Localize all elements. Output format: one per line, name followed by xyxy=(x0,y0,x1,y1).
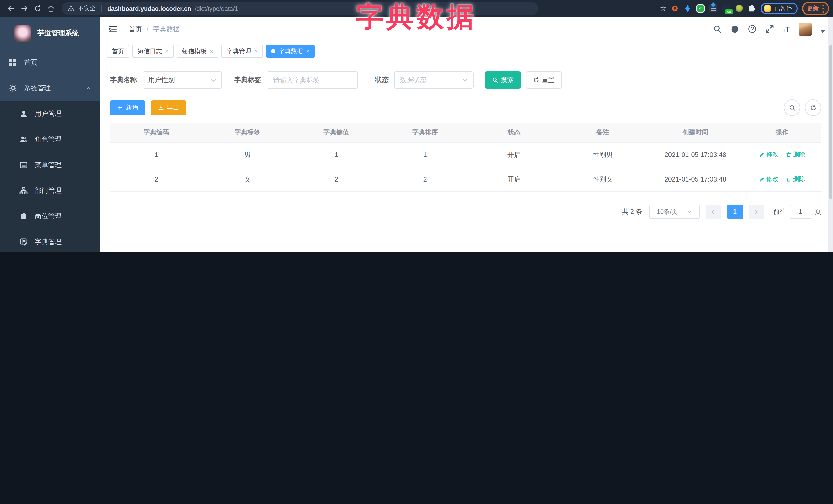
sidebar-item-用户管理[interactable]: 用户管理 xyxy=(0,101,100,127)
status-select[interactable]: 数据状态 xyxy=(394,71,474,89)
add-button[interactable]: 新增 xyxy=(110,100,145,115)
github-icon[interactable] xyxy=(731,25,739,33)
app-title: 芋道管理系统 xyxy=(38,29,79,38)
extension-on-icon[interactable]: on xyxy=(722,4,730,13)
sidebar-item-字典管理[interactable]: 字典管理 xyxy=(0,229,100,252)
extension-kite-icon[interactable] xyxy=(684,4,692,13)
edit-link[interactable]: 修改 xyxy=(759,175,779,184)
breadcrumb: 首页 / 字典数据 xyxy=(129,24,180,33)
breadcrumb-separator: / xyxy=(147,25,148,33)
sidebar: 芋道管理系统 首页系统管理用户管理角色管理菜单管理部门管理岗位管理字典管理通知公… xyxy=(0,17,100,252)
sidebar-item-菜单管理[interactable]: 菜单管理 xyxy=(0,152,100,178)
chevron-down-icon xyxy=(462,77,468,83)
export-button[interactable]: 导出 xyxy=(151,100,186,115)
extensions-puzzle-icon[interactable] xyxy=(748,4,756,13)
dict-tag-label: 字典标签 xyxy=(234,75,261,85)
edit-icon xyxy=(759,176,765,182)
tab-首页[interactable]: 首页 xyxy=(106,45,129,58)
sidebar-item-部门管理[interactable]: 部门管理 xyxy=(0,178,100,203)
extension-olive-icon[interactable] xyxy=(735,4,743,13)
delete-link[interactable]: 删除 xyxy=(786,175,805,184)
prev-page-button[interactable] xyxy=(706,205,721,219)
sidebar-item-角色管理[interactable]: 角色管理 xyxy=(0,127,100,152)
cell-status: 开启 xyxy=(470,142,558,167)
sidebar-item-岗位管理[interactable]: 岗位管理 xyxy=(0,203,100,229)
reset-button[interactable]: 重置 xyxy=(526,71,562,89)
delete-icon xyxy=(786,152,791,158)
gear-icon xyxy=(9,84,17,92)
font-size-icon[interactable]: тT xyxy=(783,25,790,33)
window-scrollbar[interactable] xyxy=(828,17,833,252)
status-placeholder: 数据状态 xyxy=(400,75,427,85)
table-header-cell: 操作 xyxy=(743,123,821,142)
kebab-menu-icon[interactable]: ••• xyxy=(822,4,824,13)
delete-link-label: 删除 xyxy=(793,150,805,159)
refresh-icon[interactable] xyxy=(805,99,821,116)
dict-name-value: 用户性别 xyxy=(148,75,175,85)
tabs-bar: 首页短信日志×短信模板×字典管理×字典数据× xyxy=(100,41,828,62)
menu-list-icon xyxy=(20,161,28,169)
edit-link[interactable]: 修改 xyxy=(759,150,779,159)
search-icon[interactable] xyxy=(713,25,722,33)
tab-label: 首页 xyxy=(112,47,124,56)
pagination-total: 共 2 条 xyxy=(622,208,642,216)
sidebar-item-label: 角色管理 xyxy=(35,135,62,144)
cell-code: 1 xyxy=(110,142,203,167)
table-header-cell: 字典标签 xyxy=(203,123,292,142)
collapse-sidebar-icon[interactable] xyxy=(108,24,117,33)
search-button[interactable]: 搜索 xyxy=(485,71,521,89)
cell-label: 男 xyxy=(203,142,292,167)
header-actions: тT xyxy=(713,22,825,35)
scrollbar-thumb[interactable] xyxy=(829,45,832,199)
table-mini-actions xyxy=(784,99,821,116)
sidebar-menu: 首页系统管理用户管理角色管理菜单管理部门管理岗位管理字典管理通知公告审计日志在线… xyxy=(0,50,100,252)
url-path[interactable]: /dict/type/data/1 xyxy=(195,5,238,12)
toggle-search-icon[interactable] xyxy=(784,99,800,116)
active-tab-dot xyxy=(271,49,275,53)
app-logo[interactable]: 芋道管理系统 xyxy=(0,17,100,50)
on-badge: on xyxy=(725,9,732,15)
browser-update-button[interactable]: 更新 ••• xyxy=(802,2,829,15)
cell-actions: 修改删除 xyxy=(743,167,821,192)
close-icon[interactable]: × xyxy=(306,48,310,54)
close-icon[interactable]: × xyxy=(210,48,213,54)
sidebar-item-首页[interactable]: 首页 xyxy=(0,50,100,75)
close-icon[interactable]: × xyxy=(254,48,258,54)
reload-icon[interactable] xyxy=(31,2,44,15)
logo-rabbit-image xyxy=(14,25,31,42)
delete-icon xyxy=(786,176,791,182)
dict-name-select[interactable]: 用户性别 xyxy=(143,71,222,89)
home-icon[interactable] xyxy=(44,2,57,15)
help-icon[interactable] xyxy=(748,25,757,33)
forward-icon[interactable] xyxy=(18,2,31,15)
avatar[interactable] xyxy=(799,22,812,35)
page-size-value: 10条/页 xyxy=(657,208,677,216)
extension-sliders-icon[interactable] xyxy=(709,4,717,13)
tab-字典数据[interactable]: 字典数据× xyxy=(266,45,315,58)
tab-短信模板[interactable]: 短信模板× xyxy=(177,45,218,58)
extension-check-icon[interactable]: ✓ xyxy=(696,4,705,13)
extension-orange-icon[interactable] xyxy=(671,4,679,13)
fullscreen-icon[interactable] xyxy=(765,25,774,33)
bookmark-star-icon[interactable]: ☆ xyxy=(660,5,666,12)
sidebar-item-系统管理[interactable]: 系统管理 xyxy=(0,75,100,101)
url-host[interactable]: dashboard.yudao.iocoder.cn xyxy=(108,5,191,12)
dict-tag-input[interactable] xyxy=(272,76,352,85)
back-icon[interactable] xyxy=(4,2,18,15)
delete-link[interactable]: 删除 xyxy=(786,150,805,159)
current-page-button[interactable]: 1 xyxy=(727,205,742,219)
tab-字典管理[interactable]: 字典管理× xyxy=(221,45,263,58)
cell-created: 2021-01-05 17:03:48 xyxy=(648,167,743,192)
tab-短信日志[interactable]: 短信日志× xyxy=(132,45,174,58)
breadcrumb-home[interactable]: 首页 xyxy=(129,24,142,33)
security-label[interactable]: 不安全 xyxy=(78,5,96,12)
page-size-select[interactable]: 10条/页 xyxy=(649,205,699,219)
chevron-down-icon[interactable] xyxy=(821,30,825,33)
paused-extension-pill[interactable]: 已暂停 xyxy=(760,3,798,14)
close-icon[interactable]: × xyxy=(165,48,169,54)
next-page-button[interactable] xyxy=(749,205,764,219)
edit-icon xyxy=(759,152,765,158)
goto-page-input[interactable] xyxy=(790,205,811,219)
status-label: 状态 xyxy=(375,75,388,85)
tab-label: 短信模板 xyxy=(182,47,207,56)
